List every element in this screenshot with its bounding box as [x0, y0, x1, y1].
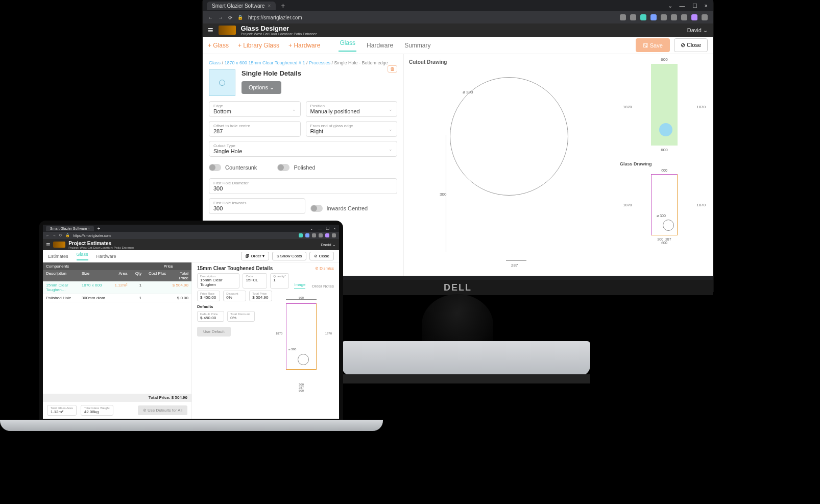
browser-tab[interactable]: Smart Glazier Software ×: [46, 226, 94, 231]
table-row[interactable]: Polished Hole 300mm diam 1 $ 0.00: [43, 294, 191, 302]
address-field[interactable]: https://smartglazier.com: [248, 15, 615, 20]
close-window-icon[interactable]: ×: [705, 3, 708, 9]
back-icon[interactable]: ←: [208, 15, 213, 20]
ext-icon[interactable]: [299, 233, 303, 237]
col-qty[interactable]: Qty: [130, 270, 144, 281]
save-button[interactable]: 🖫 Save: [636, 38, 670, 52]
forward-icon[interactable]: →: [53, 234, 56, 237]
components-grid: Components Price Description Size Area Q…: [43, 262, 192, 419]
ext-icon[interactable]: [671, 14, 677, 20]
chevron-down-icon[interactable]: ⌄: [668, 3, 672, 9]
close-icon[interactable]: ×: [268, 3, 271, 9]
new-tab-button[interactable]: +: [281, 2, 285, 10]
share-icon[interactable]: [620, 14, 626, 20]
add-glass-button[interactable]: + Glass: [208, 42, 229, 49]
user-menu[interactable]: David ⌄: [687, 27, 708, 34]
ext-icon[interactable]: [650, 14, 657, 20]
tab-glass[interactable]: Glass: [77, 252, 88, 260]
app-subtitle: Project: West Cat Door Location: Patio E…: [241, 32, 318, 36]
inwards-centred-toggle[interactable]: Inwards Centred: [310, 198, 398, 214]
polished-toggle[interactable]: Polished: [277, 164, 315, 171]
use-defaults-all-button[interactable]: ⊘ Use Defaults for All: [138, 405, 187, 415]
tab-summary[interactable]: Summary: [403, 42, 431, 49]
show-costs-button[interactable]: $ Show Costs: [272, 252, 306, 260]
col-area[interactable]: Area: [109, 270, 131, 281]
hole-label: ø 300: [288, 348, 296, 351]
add-hardware-button[interactable]: + Hardware: [288, 42, 320, 49]
item-drawing: 600 1870 ø 300 1870 300 287 600: [260, 296, 332, 403]
address-field[interactable]: https://smartglazier.com: [73, 234, 111, 237]
col-totalprice[interactable]: Total Price: [169, 270, 191, 281]
position-select[interactable]: Position Manually positioned ⌄: [306, 101, 398, 117]
col-costplus[interactable]: Cost Plus: [144, 270, 169, 281]
maximize-icon[interactable]: ☐: [326, 226, 329, 231]
cutout-type-select[interactable]: Cutout Type Single Hole ⌄: [209, 141, 397, 157]
crumb-glass-item[interactable]: 1870 x 600 15mm Clear Toughened # 1: [225, 60, 305, 65]
tab-hardware[interactable]: Hardware: [366, 42, 394, 49]
puzzle-icon[interactable]: [661, 14, 667, 20]
minimize-icon[interactable]: —: [680, 3, 685, 9]
close-icon[interactable]: ×: [88, 227, 90, 230]
tab-order-notes[interactable]: Order Notes: [311, 284, 334, 289]
from-end-select[interactable]: From end of glass edge Right ⌄: [306, 121, 398, 137]
ext-icon[interactable]: [681, 14, 687, 20]
toggle-switch[interactable]: [310, 205, 323, 212]
offset-input[interactable]: Offset to hole centre 287: [209, 121, 301, 137]
code-input[interactable]: Code 15FCL: [243, 273, 267, 289]
back-icon[interactable]: ←: [46, 234, 50, 237]
dim-label: 1870: [696, 105, 706, 109]
new-tab-button[interactable]: +: [97, 226, 100, 231]
tab-glass[interactable]: Glass: [339, 39, 356, 52]
dismiss-button[interactable]: Dismiss: [315, 266, 334, 271]
browser-tab[interactable]: Smart Glazier Software ×: [207, 2, 276, 10]
ext-icon[interactable]: [640, 14, 646, 20]
close-button[interactable]: ⊘ Close: [674, 38, 708, 52]
ext-icon[interactable]: [312, 233, 316, 237]
hole-diameter-input[interactable]: First Hole Diameter 300: [209, 178, 397, 194]
ext-icon[interactable]: [319, 233, 323, 237]
maximize-icon[interactable]: ☐: [692, 3, 697, 9]
close-window-icon[interactable]: ×: [333, 226, 336, 231]
dim-label: 600: [299, 296, 304, 299]
quantity-stepper[interactable]: Quantity* 1: [270, 273, 289, 289]
order-button[interactable]: 🗐 Order ▾: [241, 252, 269, 260]
table-row[interactable]: 15mm Clear Toughen… 1870 x 600 1.12m² 1 …: [43, 281, 191, 294]
menu-icon[interactable]: ≡: [46, 241, 50, 249]
toggle-switch[interactable]: [277, 164, 290, 171]
dim-label: 1870: [325, 332, 332, 335]
countersunk-toggle[interactable]: Countersunk: [209, 164, 257, 171]
use-default-button[interactable]: Use Default: [197, 327, 231, 337]
chevron-down-icon[interactable]: ⌄: [310, 226, 313, 231]
tab-hardware[interactable]: Hardware: [97, 254, 116, 259]
forward-icon[interactable]: →: [218, 15, 223, 20]
crumb-processes[interactable]: Processes: [309, 60, 330, 65]
dell-logo-icon: DELL: [444, 282, 472, 293]
tab-estimates[interactable]: Estimates: [48, 254, 68, 259]
user-menu[interactable]: David ⌄: [321, 243, 336, 247]
avatar-icon[interactable]: [691, 14, 697, 20]
edge-select[interactable]: Edge Bottom ⌄: [209, 101, 301, 117]
delete-icon[interactable]: 🗑: [388, 65, 397, 73]
col-size[interactable]: Size: [79, 270, 109, 281]
tab-image[interactable]: Image: [294, 282, 305, 289]
add-library-glass-button[interactable]: + Library Glass: [238, 42, 279, 49]
options-button[interactable]: Options ⌄: [242, 81, 281, 94]
avatar-icon[interactable]: [325, 233, 329, 237]
menu-icon[interactable]: ≡: [208, 26, 213, 35]
star-icon[interactable]: [630, 14, 636, 20]
kebab-icon[interactable]: [702, 14, 708, 20]
ext-icon[interactable]: [305, 233, 309, 237]
glass-thumbnail: [209, 69, 235, 96]
col-description[interactable]: Description: [43, 270, 79, 281]
kebab-icon[interactable]: [332, 233, 336, 237]
crumb-glass[interactable]: Glass: [209, 60, 221, 65]
description-input[interactable]: Description 15mm Clear Toughen: [197, 273, 239, 289]
price-rate-input[interactable]: Price Rate $ 450.00: [197, 291, 220, 301]
hole-inwards-input[interactable]: First Hole Inwards 300: [209, 198, 305, 214]
discount-input[interactable]: Discount 0%: [223, 291, 246, 301]
close-button[interactable]: ⊘ Close: [309, 252, 334, 260]
minimize-icon[interactable]: —: [318, 226, 322, 231]
reload-icon[interactable]: ⟳: [228, 15, 232, 20]
toggle-switch[interactable]: [209, 164, 221, 171]
reload-icon[interactable]: ⟳: [59, 233, 62, 237]
